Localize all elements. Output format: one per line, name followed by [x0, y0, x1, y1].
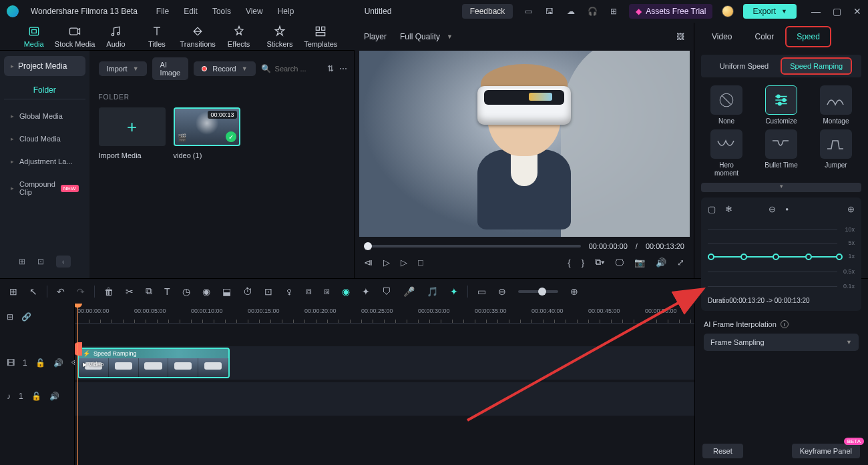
- mic-icon[interactable]: 🎤: [403, 286, 415, 297]
- lock-icon[interactable]: 🔓: [35, 358, 45, 368]
- cut-icon[interactable]: ✂: [126, 286, 134, 297]
- search-field[interactable]: 🔍: [261, 64, 322, 73]
- track-link-icon[interactable]: 🔗: [21, 312, 31, 322]
- preset-hero-moment[interactable]: Hero moment: [701, 129, 752, 177]
- record-dropdown[interactable]: Record▼: [194, 61, 255, 76]
- minimize-button[interactable]: —: [811, 6, 821, 17]
- timeline-ruler[interactable]: 00:00:00:0000:00:05:0000:00:10:0000:00:1…: [75, 304, 694, 324]
- shield-icon[interactable]: ⛉: [382, 286, 391, 297]
- libtab-titles[interactable]: Titles: [136, 23, 177, 50]
- stop-button[interactable]: □: [418, 258, 423, 268]
- expand-presets[interactable]: ▾: [701, 183, 861, 192]
- speed-graph[interactable]: 10x 5x 1x 0.5x 0.1x: [708, 219, 855, 293]
- playhead[interactable]: [77, 304, 78, 465]
- camera-icon[interactable]: 📷: [634, 258, 645, 268]
- libtab-effects[interactable]: Effects: [218, 23, 259, 50]
- magnet-icon[interactable]: ⊞: [9, 286, 17, 297]
- new-bin-icon[interactable]: ⊡: [37, 257, 44, 266]
- new-folder-icon[interactable]: ⊞: [19, 257, 25, 266]
- download-icon[interactable]: ⬓: [222, 286, 231, 297]
- menu-file[interactable]: File: [156, 7, 169, 16]
- focus-icon[interactable]: ⊡: [264, 286, 272, 297]
- ai-image-button[interactable]: AI Image: [152, 57, 189, 80]
- stack-icon[interactable]: ⧈: [306, 286, 312, 297]
- mute-icon[interactable]: 🔊: [53, 358, 63, 368]
- redo-icon[interactable]: ↷: [77, 286, 85, 297]
- import-media-tile[interactable]: + Import Media: [99, 107, 166, 159]
- filter-icon[interactable]: ⇅: [327, 64, 334, 73]
- headset-icon[interactable]: 🎧: [586, 5, 598, 17]
- preset-customize[interactable]: Customize: [756, 85, 807, 125]
- color-icon[interactable]: ◉: [202, 286, 210, 297]
- display-icon[interactable]: 🖵: [615, 258, 624, 268]
- play-toggle-button[interactable]: ▷: [383, 258, 390, 268]
- video-track[interactable]: ⚡Speed Ramping ▶ Video: [75, 346, 694, 380]
- menu-tools[interactable]: Tools: [212, 7, 231, 16]
- music-icon[interactable]: 🎵: [427, 286, 438, 297]
- remove-keyframe-icon[interactable]: ⊖: [769, 204, 776, 214]
- sidebar-header[interactable]: ▸Project Media: [4, 56, 85, 76]
- frame-icon[interactable]: ▭: [477, 286, 486, 297]
- libtab-templates[interactable]: Templates: [300, 23, 341, 50]
- ai-icon[interactable]: ◉: [342, 286, 350, 297]
- apps-icon[interactable]: ⊞: [608, 5, 620, 17]
- seek-bar[interactable]: [364, 245, 581, 248]
- zoom-out-icon[interactable]: ⊖: [498, 286, 506, 297]
- subtab-speed-ramping[interactable]: Speed Ramping: [782, 59, 851, 73]
- lock-icon[interactable]: 🔓: [31, 392, 41, 401]
- sidebar-item-global-media[interactable]: ▸Global Media: [4, 106, 85, 126]
- sidebar-item-cloud-media[interactable]: ▸Cloud Media: [4, 129, 85, 149]
- maximize-button[interactable]: ▢: [833, 6, 841, 17]
- prev-frame-button[interactable]: ⧏: [364, 258, 373, 268]
- libtab-media[interactable]: Media: [13, 23, 54, 50]
- zoom-slider[interactable]: [518, 290, 558, 293]
- mark-in-button[interactable]: {: [568, 258, 570, 268]
- collapse-sidebar-button[interactable]: ‹: [56, 256, 71, 268]
- reset-button[interactable]: Reset: [702, 444, 743, 458]
- zoom-in-icon[interactable]: ⊕: [570, 286, 578, 297]
- tab-video[interactable]: Video: [702, 28, 741, 45]
- fullscreen-icon[interactable]: ⤢: [677, 258, 684, 268]
- quality-dropdown[interactable]: Full Quality▼: [400, 32, 453, 41]
- audio-track-header[interactable]: ♪1🔓🔊: [0, 380, 74, 413]
- menu-edit[interactable]: Edit: [184, 7, 198, 16]
- libtab-stock-media[interactable]: Stock Media: [54, 23, 95, 50]
- export-button[interactable]: Export▼: [743, 4, 797, 19]
- import-dropdown[interactable]: Import▼: [99, 61, 147, 76]
- timeline-body[interactable]: 00:00:00:0000:00:05:0000:00:10:0000:00:1…: [75, 304, 694, 465]
- link-icon[interactable]: ⧬: [284, 286, 294, 297]
- crop-icon[interactable]: ⧉: [146, 286, 152, 297]
- close-button[interactable]: ✕: [853, 6, 861, 17]
- timer-icon[interactable]: ⏱: [243, 286, 252, 297]
- mark-out-button[interactable]: }: [582, 258, 584, 268]
- speed-icon[interactable]: ◷: [182, 286, 190, 297]
- mute-icon[interactable]: 🔊: [49, 392, 59, 401]
- user-avatar[interactable]: [722, 5, 734, 17]
- video-clip[interactable]: ⚡Speed Ramping ▶ Video: [77, 348, 230, 378]
- play-button[interactable]: ▷: [401, 258, 407, 268]
- libtab-transitions[interactable]: Transitions: [178, 23, 218, 50]
- volume-icon[interactable]: 🔊: [656, 258, 666, 268]
- menu-help[interactable]: Help: [278, 7, 294, 16]
- freeze-frame-icon[interactable]: ❄: [725, 204, 732, 214]
- graph-block-icon[interactable]: ▢: [708, 204, 716, 214]
- preset-jumper[interactable]: Jumper: [811, 129, 861, 177]
- player-viewport[interactable]: [359, 51, 690, 237]
- text-icon[interactable]: T: [164, 286, 170, 297]
- group-icon[interactable]: ⧇: [324, 286, 330, 297]
- search-input[interactable]: [275, 65, 322, 73]
- keyframe-marker[interactable]: [75, 342, 82, 356]
- sidebar-item-compound-clip[interactable]: ▸Compound ClipNEW: [4, 174, 85, 202]
- save-icon[interactable]: 🖫: [544, 5, 556, 17]
- sidebar-item-adjustment[interactable]: ▸Adjustment La...: [4, 151, 85, 171]
- audio-track[interactable]: [75, 382, 694, 416]
- undo-icon[interactable]: ↶: [57, 286, 65, 297]
- keyframe-dot-icon[interactable]: ●: [785, 206, 789, 212]
- preset-none[interactable]: None: [701, 85, 752, 125]
- snapshot-icon[interactable]: 🖼: [676, 32, 684, 41]
- pointer-icon[interactable]: ↖: [29, 286, 37, 297]
- player-tab[interactable]: Player: [364, 32, 387, 41]
- keyframe-panel-button[interactable]: Keyframe PanelBETA: [792, 444, 860, 458]
- effect-icon[interactable]: ✦: [362, 286, 370, 297]
- preset-montage[interactable]: Montage: [811, 85, 861, 125]
